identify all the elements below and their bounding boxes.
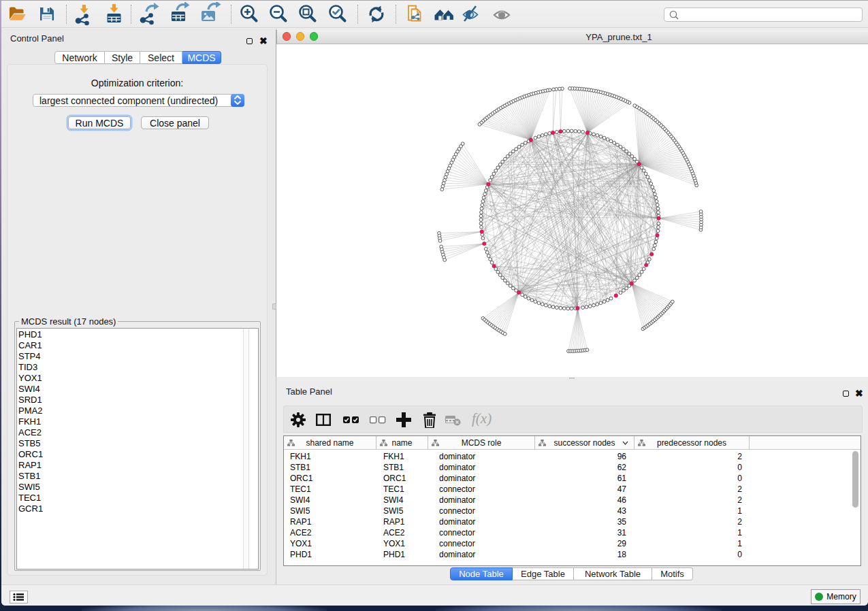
svg-text:f(x): f(x) (472, 412, 492, 427)
